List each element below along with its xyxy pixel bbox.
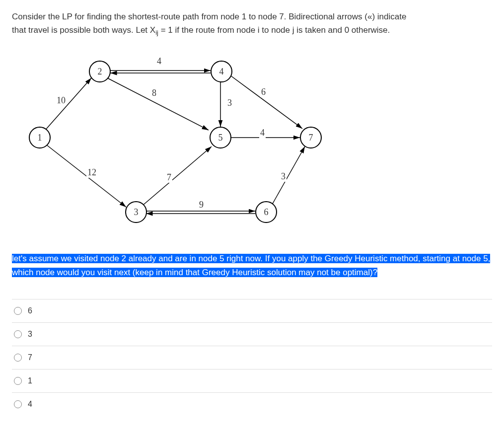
question-intro: Consider the LP for finding the shortest… (12, 10, 492, 38)
option-label: 3 (28, 330, 32, 339)
weight-6-7: 3 (280, 171, 287, 182)
weight-3-6: 9 (198, 200, 205, 210)
option-4[interactable]: 4 (12, 393, 492, 416)
weight-3-5: 7 (166, 172, 172, 183)
question-line2a: that travel is possible both ways. Let X (12, 25, 155, 35)
question-line2b: = 1 if the route from node i to node j i… (158, 25, 390, 35)
weight-4-5: 3 (226, 98, 233, 108)
svg-line-0 (45, 78, 91, 130)
radio-icon (14, 400, 22, 408)
weight-1-3: 12 (86, 167, 97, 178)
option-label: 4 (28, 400, 32, 409)
highlighted-question: let's assume we visited node 2 already a… (12, 252, 492, 279)
radio-icon (14, 330, 22, 338)
radio-icon (14, 307, 22, 315)
svg-line-8 (144, 147, 212, 205)
option-3[interactable]: 3 (12, 323, 492, 346)
weight-2-4: 4 (156, 56, 162, 67)
answer-options: 6 3 7 1 4 (12, 299, 492, 416)
option-7[interactable]: 7 (12, 346, 492, 370)
question-line1: Consider the LP for finding the shortest… (12, 12, 406, 21)
graph-edges (22, 48, 345, 237)
highlighted-text: let's assume we visited node 2 already a… (12, 254, 490, 277)
graph-diagram: 1 2 4 5 7 3 6 10 4 8 3 6 4 12 7 9 3 (22, 48, 345, 237)
svg-line-11 (273, 147, 305, 204)
option-label: 6 (28, 306, 32, 315)
option-1[interactable]: 1 (12, 370, 492, 393)
weight-4-7: 6 (260, 87, 267, 97)
svg-line-3 (107, 78, 209, 130)
weight-5-7: 4 (259, 128, 266, 138)
radio-icon (14, 354, 22, 362)
weight-2-5: 8 (151, 88, 157, 98)
option-label: 1 (28, 376, 32, 385)
radio-icon (14, 377, 22, 385)
svg-line-5 (230, 75, 302, 129)
option-label: 7 (28, 353, 32, 362)
option-6[interactable]: 6 (12, 299, 492, 323)
weight-1-2: 10 (56, 95, 67, 106)
